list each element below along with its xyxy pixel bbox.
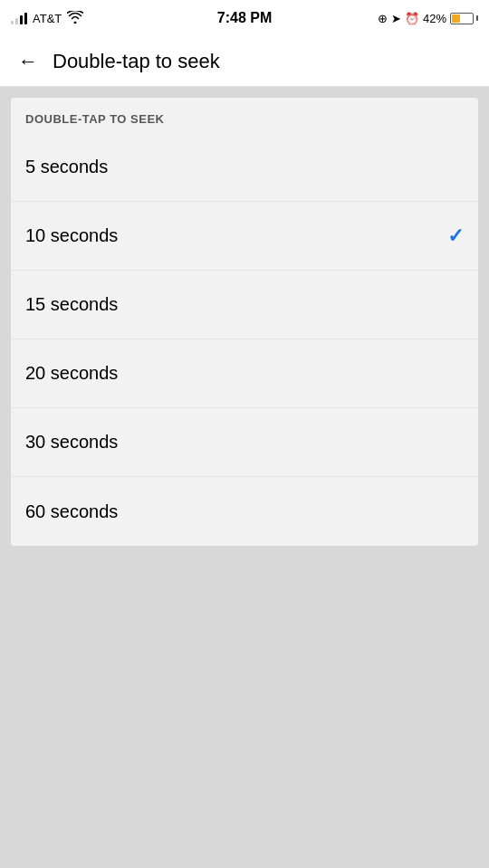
status-right: ⊕ ➤ ⏰ 42% (378, 12, 478, 25)
wifi-icon (67, 11, 83, 26)
globe-icon: ⊕ (378, 12, 388, 25)
list-item[interactable]: 5 seconds (11, 133, 478, 202)
content-area: DOUBLE-TAP TO SEEK 5 seconds10 seconds✓1… (0, 87, 489, 557)
location-icon: ➤ (391, 12, 401, 25)
signal-bars-icon (11, 12, 27, 24)
back-button[interactable]: ← (14, 48, 42, 75)
list-item[interactable]: 15 seconds (11, 271, 478, 339)
option-label: 15 seconds (25, 294, 118, 315)
option-label: 20 seconds (25, 363, 118, 384)
time-label: 7:48 PM (217, 10, 272, 26)
options-list: 5 seconds10 seconds✓15 seconds20 seconds… (11, 133, 478, 546)
status-bar: AT&T 7:48 PM ⊕ ➤ ⏰ 42% (0, 0, 489, 36)
carrier-label: AT&T (33, 12, 62, 25)
options-card: DOUBLE-TAP TO SEEK 5 seconds10 seconds✓1… (11, 98, 478, 546)
page-title: Double-tap to seek (53, 50, 220, 73)
status-left: AT&T (11, 11, 83, 26)
list-item[interactable]: 60 seconds (11, 477, 478, 546)
list-item[interactable]: 30 seconds (11, 408, 478, 477)
option-label: 30 seconds (25, 432, 118, 453)
battery-indicator (450, 13, 478, 24)
option-label: 60 seconds (25, 501, 118, 522)
section-header: DOUBLE-TAP TO SEEK (11, 98, 478, 133)
option-label: 10 seconds (25, 225, 118, 246)
list-item[interactable]: 10 seconds✓ (11, 202, 478, 271)
checkmark-icon: ✓ (447, 224, 464, 248)
alarm-icon: ⏰ (405, 12, 419, 25)
header: ← Double-tap to seek (0, 36, 489, 87)
battery-percent: 42% (423, 12, 446, 25)
list-item[interactable]: 20 seconds (11, 339, 478, 408)
option-label: 5 seconds (25, 157, 108, 177)
